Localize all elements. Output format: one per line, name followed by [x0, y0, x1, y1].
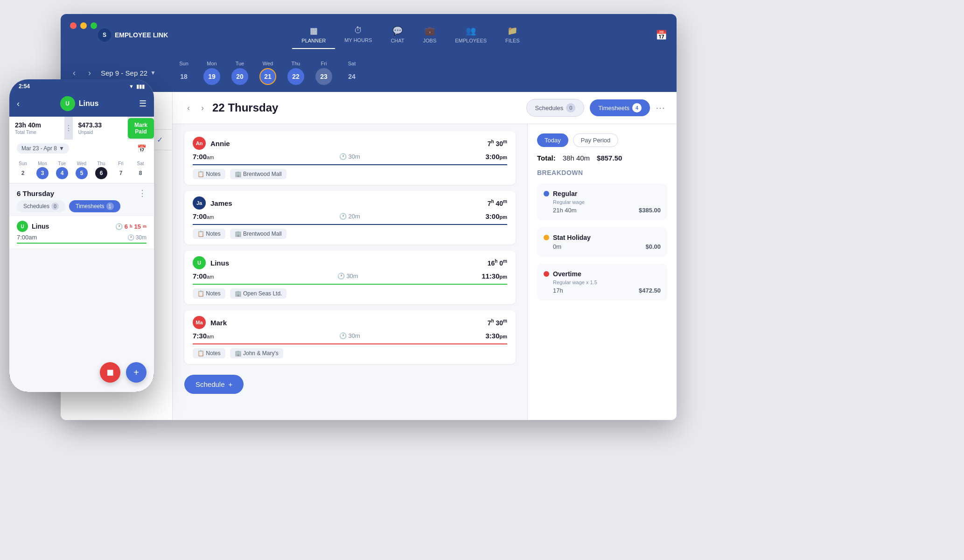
mobile-min-value: 15 — [134, 223, 141, 230]
day-tue[interactable]: Tue 20 — [228, 61, 251, 85]
day-label-thu: Thu — [291, 61, 300, 66]
date-range-chevron: ▼ — [150, 70, 156, 76]
james-notes-tag[interactable]: 📋 Notes — [193, 229, 225, 239]
total-amount: $857.50 — [597, 154, 622, 162]
next-range-button[interactable]: › — [85, 67, 94, 79]
chat-label: CHAT — [391, 38, 404, 43]
days-row: Sun 18 Mon 19 Tue 20 Wed 21 Thu 22 Fri 2… — [172, 61, 363, 85]
mobile-schedules-tab[interactable]: Schedules 0 — [17, 200, 65, 212]
mobile-more-icon[interactable]: ⋮ — [138, 188, 147, 198]
nav-tab-files[interactable]: 📁 FILES — [496, 21, 529, 49]
mobile-day-wed[interactable]: Wed 5 — [76, 161, 88, 179]
day-wed[interactable]: Wed 21 — [256, 61, 279, 85]
prev-day-button[interactable]: ‹ — [184, 102, 193, 114]
james-name-row: Ja James — [193, 196, 232, 210]
james-start: 7:00am — [193, 212, 214, 220]
mobile-day-sat[interactable]: Sat 8 — [134, 161, 147, 179]
mobile-timesheets-tab[interactable]: Timesheets 1 — [69, 200, 120, 212]
prev-range-button[interactable]: ‹ — [70, 67, 78, 79]
annie-location-tag[interactable]: 🏢 Brentwood Mall — [230, 169, 286, 179]
mark-paid-button[interactable]: MarkPaid — [128, 118, 154, 139]
nav-tab-chat[interactable]: 💬 CHAT — [381, 21, 413, 49]
linus-end: 11:30pm — [482, 272, 507, 280]
mobile-day-tue[interactable]: Tue 4 — [56, 161, 68, 179]
day-num-20: 20 — [231, 68, 248, 85]
mobile-day-num-5: 5 — [76, 167, 88, 179]
mobile-calendar-icon[interactable]: 📅 — [137, 144, 147, 153]
mobile-day-fri[interactable]: Fri 7 — [115, 161, 127, 179]
nav-tab-planner[interactable]: ▦ PLANNER — [292, 21, 335, 49]
james-name: James — [210, 199, 232, 207]
day-mon[interactable]: Mon 19 — [200, 61, 224, 85]
mobile-shift-start: 7:00am — [17, 234, 37, 241]
mobile-day-num-4: 4 — [56, 167, 68, 179]
day-label-mon: Mon — [207, 61, 217, 66]
ot-values: 17h $472.50 — [553, 287, 661, 294]
mobile-day-thu[interactable]: Thu 6 — [95, 161, 107, 179]
linus-name-row: U Linus — [193, 256, 229, 269]
schedule-list: An Annie 7h 30m 7:00am 🕐 30m 3:00pm 📋 No… — [173, 124, 527, 420]
james-location-tag[interactable]: 🏢 Brentwood Mall — [230, 229, 286, 239]
date-row: ‹ › Sep 9 - Sep 22 ▼ Sun 18 Mon 19 Tue 2… — [61, 56, 677, 92]
linus-break: 🕐 30m — [337, 273, 358, 280]
nav-tab-myhours[interactable]: ⏱ MY HOURS — [335, 21, 381, 49]
mobile-add-button[interactable]: + — [126, 362, 147, 383]
day-num-21: 21 — [259, 68, 276, 85]
mobile-screen: 2:54 ▼ ▮▮▮ ‹ U Linus ☰ 23h 40m Total Tim… — [9, 79, 154, 392]
mobile-days-row: Sun 2 Mon 3 Tue 4 Wed 5 Thu 6 Fri 7 — [9, 157, 154, 183]
mobile-emp-avatar: U — [17, 221, 28, 232]
m-super: m — [143, 224, 147, 229]
day-fri[interactable]: Fri 23 — [312, 61, 335, 85]
mobile-day-sun[interactable]: Sun 2 — [17, 161, 29, 179]
mark-tags: 📋 Notes 🏢 John & Mary's — [193, 348, 507, 358]
mark-location-tag[interactable]: 🏢 John & Mary's — [230, 348, 283, 358]
linus-shift: 7:00am 🕐 30m 11:30pm — [193, 272, 507, 285]
mobile-day-mon[interactable]: Mon 3 — [36, 161, 49, 179]
mobile-user-avatar: U — [60, 96, 75, 111]
stat-values: 0m $0.00 — [553, 243, 661, 250]
next-day-button[interactable]: › — [198, 102, 207, 114]
regular-amount: $385.00 — [639, 207, 661, 214]
linus-location-tag[interactable]: 🏢 Open Seas Ltd. — [230, 288, 287, 299]
day-sun[interactable]: Sun 18 — [172, 61, 196, 85]
mobile-day-num-3: 3 — [36, 167, 49, 179]
close-button[interactable] — [70, 22, 77, 29]
day-label-wed: Wed — [263, 61, 273, 66]
pay-period-tab[interactable]: Pay Period — [573, 133, 619, 147]
nav-tab-jobs[interactable]: 💼 JOBS — [414, 21, 446, 49]
logo-area: S EMPLOYEE LINK — [98, 28, 182, 42]
schedules-button[interactable]: Schedules 0 — [526, 99, 585, 117]
day-sat[interactable]: Sat 24 — [340, 61, 363, 85]
more-options-icon[interactable]: ⋯ — [656, 102, 665, 113]
maximize-button[interactable] — [91, 22, 97, 29]
stat-options-icon[interactable]: ⋮ — [65, 124, 72, 133]
total-hours: 38h 40m — [563, 154, 590, 162]
mobile-status-bar: 2:54 ▼ ▮▮▮ — [9, 79, 154, 92]
annie-notes-tag[interactable]: 📋 Notes — [193, 169, 225, 179]
mobile-stop-button[interactable]: ⏹ — [100, 362, 120, 383]
date-range-label: Sep 9 - Sep 22 — [101, 69, 147, 77]
mark-end: 3:30pm — [485, 332, 507, 340]
total-row: Total: 38h 40m $857.50 — [537, 154, 667, 162]
jobs-label: JOBS — [423, 38, 437, 43]
planner-label: PLANNER — [301, 38, 326, 43]
mobile-day-label-tue: Tue — [58, 161, 66, 166]
mobile-date-pill[interactable]: Mar 23 - Apr 8 ▼ — [17, 143, 69, 154]
nav-tab-employees[interactable]: 👥 EMPLOYEES — [446, 21, 496, 49]
linus-header: U Linus 16h 0m — [193, 256, 507, 269]
mark-notes-tag[interactable]: 📋 Notes — [193, 348, 225, 358]
mobile-menu-icon[interactable]: ☰ — [139, 98, 147, 109]
schedule-header: ‹ › 22 Thursday Schedules 0 Timesheets — [173, 92, 677, 124]
linus-notes-tag[interactable]: 📋 Notes — [193, 288, 225, 299]
annie-name: Annie — [210, 140, 230, 147]
calendar-icon[interactable]: 📅 — [656, 29, 667, 41]
timesheets-button[interactable]: Timesheets 4 — [590, 99, 650, 116]
mobile-back-button[interactable]: ‹ — [17, 99, 20, 109]
jobs-icon: 💼 — [425, 26, 435, 36]
day-thu[interactable]: Thu 22 — [284, 61, 307, 85]
annie-hours: 7h 30m — [488, 139, 507, 147]
today-tab[interactable]: Today — [537, 133, 568, 147]
mobile-day-num-8: 8 — [134, 167, 147, 179]
schedule-add-button[interactable]: Schedule + — [184, 375, 244, 394]
minimize-button[interactable] — [80, 22, 87, 29]
